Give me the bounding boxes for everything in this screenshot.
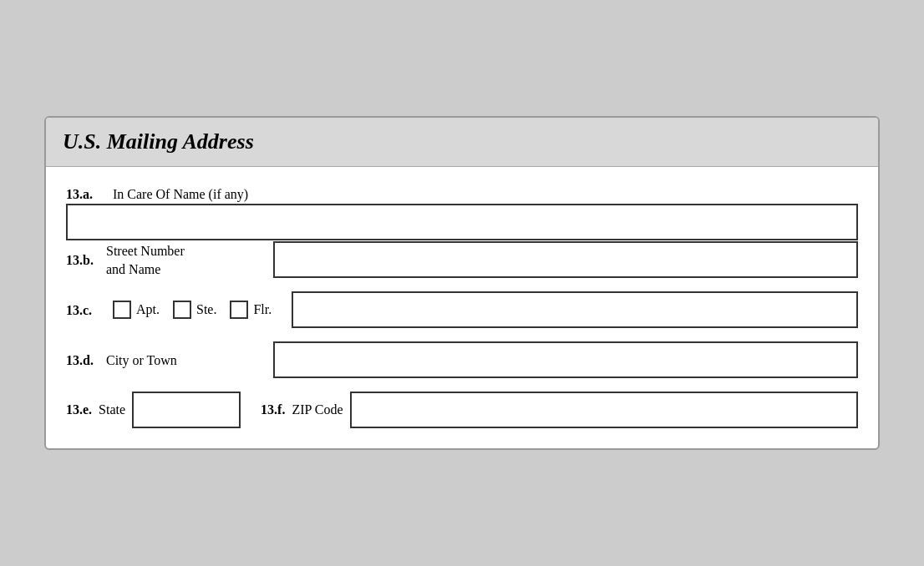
input-13a[interactable]: [66, 204, 858, 240]
input-13c[interactable]: [292, 291, 858, 328]
label-ste: Ste.: [196, 302, 216, 317]
label-13a-num: 13.a.: [66, 185, 106, 202]
row-13ef: 13.e. State 13.f. ZIP Code: [66, 392, 858, 428]
label-13b-line1: Street Number: [106, 244, 185, 258]
checkbox-apt[interactable]: [113, 301, 131, 319]
label-13d-num: 13.d.: [66, 351, 106, 368]
label-13e-text: State: [99, 402, 125, 417]
row-13c: 13.c. Apt. Ste. Flr.: [66, 291, 858, 328]
input-13e[interactable]: [132, 392, 241, 428]
label-13f-text: ZIP Code: [292, 402, 343, 417]
input-13d[interactable]: [273, 341, 858, 378]
label-13b-line2: and Name: [106, 262, 160, 276]
label-13f-num: 13.f.: [261, 402, 285, 417]
input-13f[interactable]: [350, 392, 858, 428]
input-13b[interactable]: [273, 241, 858, 278]
label-13b-text: Street Number and Name: [106, 240, 273, 278]
checkbox-flr[interactable]: [230, 301, 248, 319]
checkbox-apt-group: Apt.: [113, 301, 160, 319]
row-13a: 13.a. In Care Of Name (if any): [66, 184, 858, 240]
label-13b-num: 13.b.: [66, 251, 106, 268]
form-title: U.S. Mailing Address: [63, 129, 861, 154]
label-13d-text: City or Town: [106, 350, 273, 370]
label-13c-num: 13.c.: [66, 301, 106, 318]
row-13d: 13.d. City or Town: [66, 341, 858, 378]
form-body: 13.a. In Care Of Name (if any) 13.b. Str…: [46, 167, 878, 449]
checkbox-ste[interactable]: [173, 301, 191, 319]
checkbox-flr-group: Flr.: [230, 301, 272, 319]
row-13a-label-row: 13.a. In Care Of Name (if any): [66, 184, 858, 204]
row-13b: 13.b. Street Number and Name: [66, 240, 858, 278]
form-card: U.S. Mailing Address 13.a. In Care Of Na…: [44, 116, 880, 451]
label-13a-text: In Care Of Name (if any): [113, 184, 280, 204]
label-apt: Apt.: [136, 302, 160, 317]
label-flr: Flr.: [253, 302, 272, 317]
form-header: U.S. Mailing Address: [46, 118, 878, 167]
label-13e-num: 13.e.: [66, 402, 92, 417]
checkbox-ste-group: Ste.: [173, 301, 216, 319]
